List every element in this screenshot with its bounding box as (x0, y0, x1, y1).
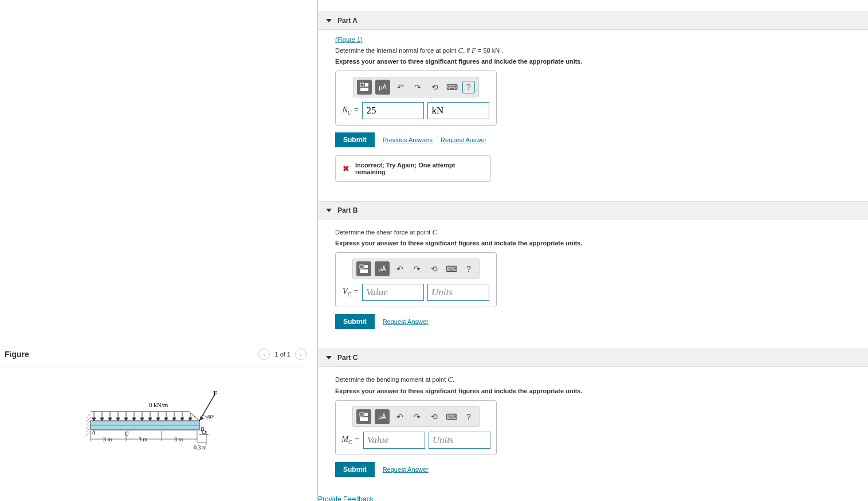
previous-answers-link[interactable]: Previous Answers (383, 136, 433, 143)
part-b-prompt: Determine the shear force at point C. (335, 227, 851, 237)
keyboard-icon[interactable]: ⌨ (445, 410, 458, 424)
svg-marker-35 (188, 418, 192, 421)
request-answer-link[interactable]: Request Answer (441, 136, 486, 143)
var-label-mc: MC = (341, 435, 359, 445)
svg-marker-23 (140, 418, 144, 421)
figure-link[interactable]: (Figure 1) (335, 36, 363, 43)
feedback-text: Incorrect; Try Again; One attempt remain… (355, 162, 484, 175)
svg-rect-67 (360, 417, 368, 421)
svg-text:60°: 60° (207, 414, 215, 420)
svg-text:0.3 m: 0.3 m (194, 444, 207, 451)
part-b-answer-box: μÅ ↶ ↷ ⟲ ⌨ ? VC = (335, 252, 497, 307)
svg-marker-13 (100, 418, 104, 421)
keyboard-icon[interactable]: ⌨ (445, 80, 459, 94)
submit-button[interactable]: Submit (335, 314, 375, 329)
request-answer-link[interactable]: Request Answer (383, 318, 429, 325)
part-a-answer-box: μÅ ↶ ↷ ⟲ ⌨ ? NC = (335, 71, 497, 126)
svg-marker-15 (108, 418, 112, 421)
figure-pager: ‹ 1 of 1 › (258, 349, 307, 360)
svg-text:C: C (125, 430, 129, 437)
answer-toolbar: μÅ ↶ ↷ ⟲ ⌨ ? (352, 259, 480, 279)
svg-rect-59 (360, 83, 364, 87)
part-c-answer-box: μÅ ↶ ↷ ⟲ ⌨ ? MC = (335, 400, 497, 455)
undo-icon[interactable]: ↶ (393, 262, 407, 276)
chevron-down-icon (326, 356, 332, 359)
part-a-prompt: Determine the internal normal force at p… (335, 45, 851, 56)
template-icon[interactable] (356, 261, 371, 276)
units-input[interactable] (427, 102, 489, 119)
svg-text:3 m: 3 m (174, 436, 183, 443)
special-char-button[interactable]: μÅ (375, 409, 390, 424)
x-icon: ✖ (343, 164, 349, 173)
next-figure-button[interactable]: › (295, 349, 307, 360)
svg-text:3 m: 3 m (139, 436, 148, 443)
special-char-button[interactable]: μÅ (375, 261, 390, 276)
svg-marker-29 (164, 418, 168, 421)
units-input[interactable] (427, 284, 489, 301)
help-icon[interactable]: ? (462, 81, 475, 93)
figure-diagram: 8 kN/m F 60° A C B 3 m (86, 390, 235, 460)
var-label-vc: VC = (343, 287, 359, 298)
reset-icon[interactable]: ⟲ (427, 410, 441, 424)
part-b-instruction: Express your answer to three significant… (335, 240, 851, 246)
keyboard-icon[interactable]: ⌨ (445, 262, 458, 276)
svg-rect-62 (360, 265, 363, 268)
part-c-instruction: Express your answer to three significant… (335, 388, 851, 394)
part-c-prompt: Determine the bending moment at point C. (335, 374, 851, 385)
svg-rect-64 (360, 269, 368, 273)
chevron-down-icon (326, 209, 332, 212)
reset-icon[interactable]: ⟲ (427, 262, 441, 276)
part-c-header[interactable]: Part C (318, 349, 868, 367)
units-input[interactable] (429, 432, 490, 449)
svg-text:8 kN/m: 8 kN/m (149, 401, 168, 408)
provide-feedback-link[interactable]: Provide Feedback (318, 485, 868, 501)
svg-marker-21 (132, 418, 136, 421)
template-icon[interactable] (356, 409, 371, 424)
redo-icon[interactable]: ↷ (411, 80, 425, 94)
undo-icon[interactable]: ↶ (393, 410, 407, 424)
request-answer-link[interactable]: Request Answer (383, 466, 429, 473)
help-icon[interactable]: ? (462, 410, 476, 424)
undo-icon[interactable]: ↶ (394, 80, 407, 94)
svg-rect-65 (360, 413, 363, 416)
reset-icon[interactable]: ⟲ (428, 80, 442, 94)
part-a-title: Part A (337, 17, 358, 25)
svg-marker-17 (116, 418, 120, 421)
redo-icon[interactable]: ↷ (410, 262, 424, 276)
svg-rect-60 (365, 83, 368, 87)
svg-marker-25 (148, 418, 152, 421)
svg-text:3 m: 3 m (103, 436, 112, 443)
answer-toolbar: μÅ ↶ ↷ ⟲ ⌨ ? (352, 406, 480, 427)
part-a-header[interactable]: Part A (318, 11, 868, 30)
part-b-header[interactable]: Part B (318, 201, 868, 220)
figure-header: Figure ‹ 1 of 1 › (0, 349, 307, 366)
feedback-box: ✖ Incorrect; Try Again; One attempt rema… (335, 155, 491, 182)
svg-rect-66 (364, 413, 368, 416)
submit-button[interactable]: Submit (335, 462, 375, 477)
svg-text:A: A (91, 429, 96, 436)
value-input[interactable] (362, 102, 424, 119)
value-input[interactable] (362, 284, 424, 301)
svg-rect-61 (360, 88, 368, 91)
part-a-body: (Figure 1) Determine the internal normal… (318, 30, 868, 190)
part-c-body: Determine the bending moment at point C.… (318, 367, 868, 484)
special-char-button[interactable]: μÅ (375, 80, 390, 95)
part-b-body: Determine the shear force at point C. Ex… (318, 220, 868, 337)
svg-marker-19 (124, 418, 128, 421)
svg-marker-11 (92, 418, 96, 421)
help-icon[interactable]: ? (462, 262, 476, 276)
figure-title: Figure (5, 350, 29, 359)
part-c-title: Part C (337, 354, 358, 362)
prev-figure-button[interactable]: ‹ (258, 349, 270, 360)
figure-count: 1 of 1 (274, 351, 290, 358)
redo-icon[interactable]: ↷ (410, 410, 424, 424)
submit-button[interactable]: Submit (335, 132, 375, 147)
template-icon[interactable] (357, 80, 372, 95)
svg-marker-33 (180, 418, 184, 421)
var-label-nc: NC = (343, 105, 359, 116)
part-a-instruction: Express your answer to three significant… (335, 58, 851, 65)
value-input[interactable] (363, 432, 425, 449)
svg-rect-63 (364, 265, 368, 268)
part-b-title: Part B (337, 206, 358, 214)
svg-marker-27 (156, 418, 160, 421)
